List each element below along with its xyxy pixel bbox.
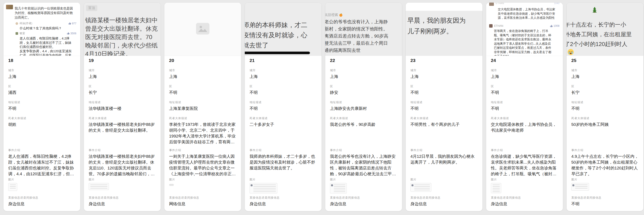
- field-value-address: 不明: [571, 106, 638, 111]
- field-address: 地址描述不明: [491, 101, 558, 111]
- field-label: 城市: [571, 69, 638, 72]
- field-label: 事件介绍: [571, 148, 638, 152]
- author-row: 鼠甜橙酱: [325, 13, 343, 17]
- image-thumbnail[interactable]: [491, 183, 501, 193]
- field-image: 图片: [491, 178, 558, 193]
- field-label: 地址描述: [330, 101, 397, 104]
- field-address: 地址描述不明: [8, 101, 76, 111]
- image-thumbnail[interactable]: [8, 183, 17, 191]
- record-card[interactable]: 鼠甜橙酱 老公的爷爷也没有计入，上海静 新村，全家阴的情况下他阳性。 离酒店后差…: [325, 3, 402, 211]
- comment-text: 老人住浦西，有陈旧性脑梗，4.2摔跤，女儿被封在浦东过不了江，妹妹们虽住浦西但也…: [20, 36, 74, 56]
- record-card[interactable]: 置顶 镇路某楼一楼独居老夫妇中 曾是交大出版社翻译。休克 医无对接医院而去世。7…: [84, 3, 161, 211]
- field-value-event: 老人住浦西，有陈旧性脑梗，4.2摔跤，女儿被封在浦东过不了江，妹妹们虽住浦西但也…: [8, 153, 76, 177]
- field-value-address: 法华镇路某楼一楼: [89, 106, 156, 111]
- comment-text: 苦等两天，坐在急诊角落的椅子上，打吊瓶、吸氧气（被封控的子女设法送去的，杯水车薪…: [494, 29, 551, 56]
- field-value-district: 浦西: [8, 90, 76, 95]
- field-event: 事件介绍我师弟的本科师妹，才二十多岁，也是因为疫情没有及时就诊，心脏不舒服送医院…: [250, 148, 317, 171]
- field-label: 区: [250, 85, 317, 88]
- field-value-deceased: 我老公的爷爷，90岁高龄: [330, 122, 397, 127]
- record-cover[interactable]: 鼠甜橙酱 老公的爷爷也没有计入，上海静 新村，全家阴的情况下他阳性。 离酒店后差…: [325, 3, 402, 56]
- field-info-type: 直接信息还是间接信息身边信息: [8, 196, 76, 207]
- record-cover[interactable]: 师弟的本科师妹，才二 疫情没有及时就诊，心 就去世了: [245, 3, 322, 56]
- record-cover[interactable]: 午十点左右，长宁的一小 外地务工阿姨，在出租屋里 了2个小时的120赶到时人: [566, 3, 643, 56]
- field-info-type: 直接信息还是间接信息不明: [571, 196, 638, 207]
- redaction-bar: [245, 52, 310, 54]
- field-label: 直接信息还是间接信息: [89, 196, 156, 199]
- record-cover[interactable]: 早晨，我的朋友因为 儿子刚刚两岁。: [406, 3, 482, 56]
- field-value-address: 上海某康复医院: [169, 106, 236, 111]
- field-info-type: 直接信息还是间接信息身边信息: [89, 196, 156, 207]
- screenshot-text: 师弟的本科师妹，才二 疫情没有及时就诊，心 就去世了: [245, 20, 307, 50]
- field-info-type: 直接信息还是间接信息身边信息: [330, 196, 397, 207]
- field-value-info-type: 身边信息: [330, 201, 397, 207]
- field-label: 区: [169, 85, 236, 88]
- field-event: 事件介绍法华镇路某楼一楼独居老夫妇中88岁的丈夫，曾经是交大出版社翻译。休克后1…: [89, 148, 156, 177]
- field-value-district: 静安: [330, 90, 397, 95]
- field-label: 图片: [169, 178, 236, 181]
- field-label: 地址描述: [89, 101, 156, 104]
- record-number: 22: [330, 58, 335, 63]
- field-district: 区长宁: [89, 85, 156, 95]
- field-value-address: 上海静安去共康新村: [330, 106, 397, 111]
- field-label: 直接信息还是间接信息: [8, 196, 76, 199]
- field-label: 图片: [250, 178, 317, 181]
- commenter-name: ETHAN: [494, 24, 503, 28]
- field-value-district: 不明: [250, 90, 317, 95]
- field-label: 死者大体描述: [330, 117, 397, 120]
- field-value-city: 上海: [250, 74, 317, 79]
- field-image: 图片: [8, 178, 76, 191]
- record-card[interactable]: 师弟的本科师妹，才二 疫情没有及时就诊，心 就去世了 21 城市上海 区不明 地…: [245, 3, 322, 211]
- field-value-info-type: 身边信息: [8, 201, 76, 207]
- field-value-deceased: 李昶生于1973年，曾就读于北京史家胡同小学、北京二中、北京四中，于1992年考…: [169, 122, 236, 145]
- field-label: 图片: [8, 178, 76, 181]
- field-label: 死者大体描述: [250, 117, 317, 120]
- field-label: 图片: [330, 178, 397, 181]
- crying-face-emoji: [568, 49, 574, 56]
- image-thumbnail[interactable]: [330, 183, 347, 193]
- record-cover[interactable]: 置顶 镇路某楼一楼独居老夫妇中 曾是交大出版社翻译。休克 医无对接医院而去世。7…: [84, 3, 161, 56]
- record-cover[interactable]: [164, 3, 241, 56]
- field-address: 地址描述不明: [250, 101, 317, 111]
- field-value-event: 4月12日早晨，我的朋友因为心梗永远离开了，儿子刚刚两岁。: [410, 153, 478, 165]
- image-thumbnail[interactable]: [89, 183, 109, 190]
- record-card[interactable]: 早晨，我的朋友因为 儿子刚刚两岁。 23 城市上海 区不明 地址描述不明 死者大…: [406, 3, 482, 211]
- field-value-city: 上海: [330, 74, 397, 79]
- field-city: 城市上海: [169, 69, 236, 79]
- image-thumbnail[interactable]: [571, 183, 589, 191]
- like-count: 1008: [550, 24, 560, 28]
- field-value-info-type: 身边信息: [491, 201, 558, 207]
- record-card[interactable]: 午十点左右，长宁的一小 外地务工阿姨，在出租屋里 了2个小时的120赶到时人 2…: [566, 3, 643, 211]
- record-card[interactable]: 我几十年前就认识的一位胡姓朋友也是因为封控、核酸检测等原因没有得到及时救治而死亡…: [4, 3, 80, 211]
- field-label: 事件介绍: [410, 148, 478, 152]
- field-label: 区: [410, 85, 478, 88]
- field-label: 直接信息还是间接信息: [250, 196, 317, 199]
- image-thumbnail[interactable]: [410, 183, 431, 192]
- field-value-deceased: 法华镇路某楼一楼独居老夫妇中88岁的丈夫，曾经是交大出版社翻译。: [89, 122, 156, 133]
- image-thumbnail[interactable]: [250, 183, 277, 193]
- field-value-city: 上海: [169, 74, 236, 79]
- record-card[interactable]: ETHAN 1040 交大电院退休教授，上海书协会员，书法家吴中南老师在急诊病逝…: [486, 3, 563, 211]
- field-value-event: 法华镇路某楼一楼独居老夫妇中88岁的丈夫，曾经是交大出版社翻译。休克后110、1…: [89, 153, 156, 177]
- record-cover[interactable]: 我几十年前就认识的一位胡姓朋友也是因为封控、核酸检测等原因没有得到及时救治而死亡…: [4, 3, 80, 56]
- field-label: 死者大体描述: [491, 117, 558, 120]
- avatar: [16, 22, 18, 25]
- record-card[interactable]: 20 城市上海 区不明 地址描述上海某康复医院 死者大体描述李昶生于1973年，…: [164, 3, 241, 211]
- field-label: 事件介绍: [491, 148, 558, 152]
- field-event: 事件介绍我老公的爷爷也没有计入，上海静安区共康新村，全家阴的情况下他阳性，被转去…: [330, 148, 397, 177]
- field-deceased: 死者大体描述不明男性，有个两岁的儿子: [410, 117, 478, 127]
- field-label: 直接信息还是间接信息: [410, 196, 478, 199]
- field-deceased: 死者大体描述我老公的爷爷，90岁高龄: [330, 117, 397, 127]
- field-value-city: 上海: [491, 74, 558, 79]
- field-label: 事件介绍: [169, 148, 236, 152]
- field-deceased: 死者大体描述胡姓: [8, 117, 76, 127]
- record-cover[interactable]: ETHAN 1040 交大电院退休教授，上海书协会员，书法家吴中南老师在急诊病逝…: [486, 3, 563, 56]
- field-value-city: 上海: [410, 74, 478, 79]
- field-label: 死者大体描述: [169, 117, 236, 120]
- field-event: 事件介绍4月12日早晨，我的朋友因为心梗永远离开了，儿子刚刚两岁。: [410, 148, 478, 165]
- field-value-event: 我老公的爷爷也没有计入，上海静安区共康新村，全家阴的情况下他阳性，被转去隔离酒店…: [330, 153, 397, 177]
- author-name: 鼠甜橙酱: [325, 13, 338, 17]
- commenter-name: 柿油(作者): [20, 22, 32, 25]
- field-label: 死者大体描述: [89, 117, 156, 120]
- field-label: 事件介绍: [330, 148, 397, 152]
- field-city: 城市上海: [89, 69, 156, 79]
